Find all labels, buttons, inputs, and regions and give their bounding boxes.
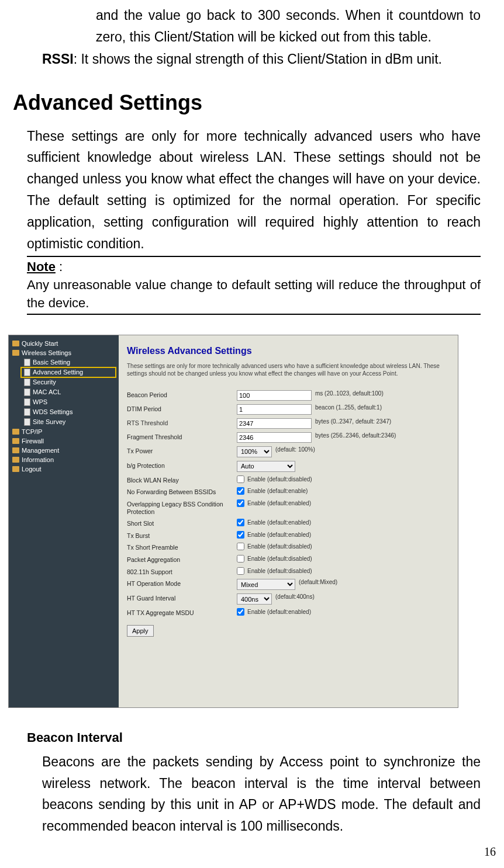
panel-title: Wireless Advanced Settings bbox=[127, 346, 450, 356]
select-htguard[interactable]: 400ns bbox=[237, 593, 272, 605]
nav-information[interactable]: Information bbox=[9, 455, 119, 464]
checkbox-httx[interactable] bbox=[237, 608, 244, 616]
apply-button[interactable]: Apply bbox=[127, 625, 154, 637]
nav-label: WDS Settings bbox=[33, 408, 73, 415]
nav-label: Advanced Setting bbox=[33, 369, 83, 376]
nav-management[interactable]: Management bbox=[9, 446, 119, 455]
label-rts: RTS Threshold bbox=[127, 418, 237, 426]
hint-frag: bytes (256..2346, default:2346) bbox=[315, 432, 396, 439]
heading-advanced-settings: Advanced Settings bbox=[13, 91, 504, 115]
hint-htop: (default:Mixed) bbox=[299, 579, 337, 585]
row-httx: HT TX Aggregate MSDU Enable (default:ena… bbox=[127, 608, 450, 617]
nav-wps[interactable]: WPS bbox=[9, 397, 119, 407]
nav-wireless-settings[interactable]: Wireless Settings bbox=[9, 348, 119, 357]
hint-txpower: (default: 100%) bbox=[275, 446, 315, 453]
row-txburst: Tx Burst Enable (default:enabled) bbox=[127, 531, 450, 540]
nav-label: Information bbox=[22, 456, 54, 463]
nav-site-survey[interactable]: Site Survey bbox=[9, 417, 119, 427]
page-icon bbox=[24, 418, 30, 426]
page-icon bbox=[24, 398, 30, 406]
select-htop[interactable]: Mixed bbox=[237, 579, 295, 590]
input-dtim[interactable] bbox=[237, 404, 312, 415]
doc-rssi-line: RSSI: It shows the signal strength of th… bbox=[42, 51, 481, 67]
nav-label: Site Survey bbox=[33, 418, 65, 425]
hint-802h: Enable (default:disabled) bbox=[247, 568, 312, 574]
nav-label: Wireless Settings bbox=[22, 349, 71, 356]
input-rts[interactable] bbox=[237, 418, 312, 429]
rssi-text: : It shows the signal strength of this C… bbox=[74, 51, 442, 67]
page-icon bbox=[24, 388, 30, 396]
hint-rts: bytes (0..2347, default: 2347) bbox=[315, 418, 391, 425]
hint-packet: Enable (default:disabled) bbox=[247, 555, 312, 562]
label-txshort: Tx Short Preamble bbox=[127, 543, 237, 551]
nav-label: MAC ACL bbox=[33, 388, 61, 395]
row-txpower: Tx Power 100% (default: 100%) bbox=[127, 446, 450, 457]
nav-logout[interactable]: Logout bbox=[9, 464, 119, 474]
nav-label: Management bbox=[22, 447, 59, 454]
nav-label: WPS bbox=[33, 398, 47, 405]
hint-overlap: Enable (default:enabled) bbox=[247, 500, 311, 506]
nav-firewall[interactable]: Firewall bbox=[9, 436, 119, 446]
folder-icon bbox=[12, 438, 19, 444]
doc-intro-line: and the value go back to 300 seconds. Wh… bbox=[96, 5, 481, 48]
paragraph-intro: These settings are only for more technic… bbox=[27, 126, 481, 255]
hint-nofwd: Enable (default:enable) bbox=[247, 488, 308, 494]
nav-mac-acl[interactable]: MAC ACL bbox=[9, 387, 119, 397]
note-label: Note bbox=[27, 259, 56, 274]
checkbox-overlap[interactable] bbox=[237, 499, 244, 507]
checkbox-packet[interactable] bbox=[237, 555, 244, 563]
nav-label: Firewall bbox=[22, 438, 44, 445]
label-dtim: DTIM Period bbox=[127, 404, 237, 413]
nav-advanced-setting[interactable]: Advanced Setting bbox=[9, 367, 119, 377]
settings-panel: Wireless Advanced Settings These setting… bbox=[119, 335, 458, 707]
folder-icon bbox=[12, 429, 19, 435]
page-icon bbox=[24, 408, 30, 416]
page-icon bbox=[24, 369, 30, 376]
hint-txshort: Enable (default:disabled) bbox=[247, 543, 312, 550]
page-icon bbox=[24, 379, 30, 386]
sidebar-nav: Quickly Start Wireless Settings Basic Se… bbox=[9, 335, 119, 707]
nav-quickly-start[interactable]: Quickly Start bbox=[9, 339, 119, 348]
nav-basic-setting[interactable]: Basic Setting bbox=[9, 357, 119, 367]
hint-dtim: beacon (1..255, default:1) bbox=[315, 404, 382, 411]
row-dtim: DTIM Period beacon (1..255, default:1) bbox=[127, 404, 450, 415]
nav-label: Quickly Start bbox=[22, 340, 58, 347]
row-block: Block WLAN Relay Enable (default:disable… bbox=[127, 475, 450, 484]
nav-wds-settings[interactable]: WDS Settings bbox=[9, 407, 119, 417]
embedded-screenshot: Quickly Start Wireless Settings Basic Se… bbox=[8, 335, 458, 708]
select-bgprot[interactable]: Auto bbox=[237, 461, 295, 472]
nav-tcpip[interactable]: TCP/IP bbox=[9, 427, 119, 436]
nav-label: Logout bbox=[22, 466, 42, 473]
subheading-beacon-interval: Beacon Interval bbox=[27, 730, 504, 745]
row-802h: 802.11h Support Enable (default:disabled… bbox=[127, 567, 450, 576]
row-bgprot: b/g Protection Auto bbox=[127, 461, 450, 472]
nav-security[interactable]: Security bbox=[9, 377, 119, 387]
hint-htguard: (default:400ns) bbox=[275, 593, 315, 600]
label-short: Short Slot bbox=[127, 519, 237, 527]
rssi-label: RSSI bbox=[42, 51, 74, 67]
select-txpower[interactable]: 100% bbox=[237, 446, 272, 457]
checkbox-txburst[interactable] bbox=[237, 531, 244, 539]
checkbox-802h[interactable] bbox=[237, 567, 244, 575]
checkbox-short[interactable] bbox=[237, 519, 244, 526]
folder-icon bbox=[12, 457, 19, 463]
checkbox-txshort[interactable] bbox=[237, 543, 244, 550]
label-httx: HT TX Aggregate MSDU bbox=[127, 608, 237, 617]
checkbox-block[interactable] bbox=[237, 475, 244, 483]
note-box: Note : Any unreasonable value change to … bbox=[27, 256, 481, 314]
label-beacon: Beacon Period bbox=[127, 390, 237, 399]
hint-block: Enable (default:disabled) bbox=[247, 476, 312, 482]
note-text: Any unreasonable value change to default… bbox=[27, 277, 481, 310]
label-packet: Packet Aggregation bbox=[127, 555, 237, 564]
input-frag[interactable] bbox=[237, 432, 312, 443]
row-htop: HT Operation Mode Mixed (default:Mixed) bbox=[127, 579, 450, 590]
row-beacon: Beacon Period ms (20..1023, default:100) bbox=[127, 390, 450, 401]
panel-desc: These settings are only for more technic… bbox=[127, 362, 450, 377]
page-number: 16 bbox=[484, 845, 496, 859]
checkbox-nofwd[interactable] bbox=[237, 487, 244, 495]
row-nofwd: No Forwarding Between BSSIDs Enable (def… bbox=[127, 487, 450, 496]
hint-beacon: ms (20..1023, default:100) bbox=[315, 390, 384, 397]
label-802h: 802.11h Support bbox=[127, 567, 237, 576]
input-beacon[interactable] bbox=[237, 390, 312, 401]
paragraph-beacon: Beacons are the packets sending by Acces… bbox=[42, 751, 481, 837]
